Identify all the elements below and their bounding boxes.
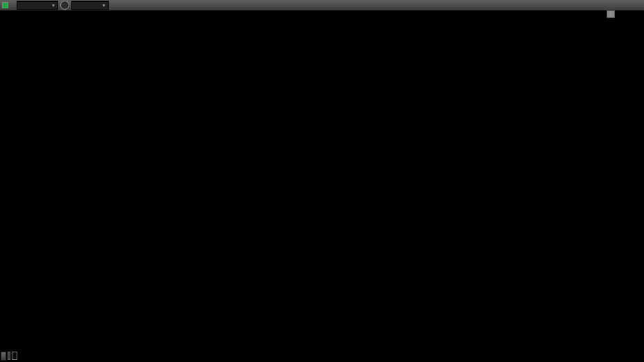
axis-label-pin-icon[interactable] <box>607 10 615 18</box>
toolbar: ▼ ▼ <box>0 0 644 10</box>
dynamic-mode-button[interactable] <box>1 352 6 361</box>
chevron-down-icon: ▼ <box>51 3 55 8</box>
interval-combo[interactable]: ▼ <box>71 1 109 10</box>
chart-window-icon <box>2 2 8 8</box>
chart-window: ▼ ▼ <box>0 0 644 362</box>
chevron-down-icon: ▼ <box>102 3 106 8</box>
calendar-icon[interactable] <box>8 352 10 360</box>
start-date-field[interactable] <box>12 352 17 360</box>
symbol-combo[interactable]: ▼ <box>17 1 58 10</box>
symbol-search-button[interactable] <box>60 1 69 10</box>
time-axis-controls <box>0 350 17 361</box>
price-chart[interactable] <box>0 0 644 362</box>
